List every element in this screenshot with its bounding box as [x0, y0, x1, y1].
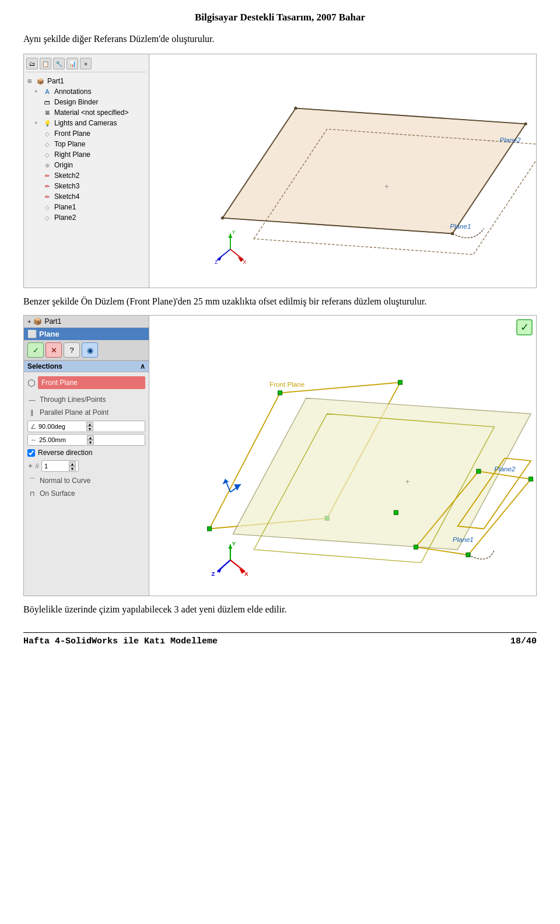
ft-icon-lights: 💡 [43, 118, 52, 128]
on-surface-option[interactable]: ⊓ On Surface [27, 487, 145, 500]
plane-title-bar: ⬜ Plane [24, 328, 149, 340]
ft-expand-annotations: + [34, 89, 40, 94]
ft-icon-plane2: ◇ [43, 213, 52, 222]
angle-input[interactable]: 90.00deg [38, 423, 85, 430]
svg-rect-45 [394, 510, 398, 514]
plane-extra-btn[interactable]: ◉ [82, 342, 98, 358]
svg-rect-28 [398, 380, 402, 384]
count-down[interactable]: ▼ [69, 466, 76, 471]
plane-help-btn[interactable]: ? [64, 342, 80, 358]
ft-btn-4[interactable]: 📊 [66, 58, 78, 69]
footer-right: 18/40 [510, 636, 537, 646]
selection-face-icon: ⬡ [27, 377, 36, 388]
plane-cancel-btn[interactable]: ✕ [46, 342, 62, 358]
ft-item-annotations[interactable]: + A Annotations [26, 86, 146, 97]
svg-text:Plane2: Plane2 [499, 136, 521, 144]
distance-up[interactable]: ▲ [87, 435, 94, 440]
parallel-plane-icon: ∥ [27, 408, 37, 417]
cad-panel-2: + 📦 Part1 ⬜ Plane ✓ ✕ ? ◉ Selections ∧ [23, 315, 537, 596]
svg-text:Front Plane: Front Plane [270, 380, 304, 388]
ft-label-sketch3: Sketch3 [54, 182, 79, 190]
ft-label-part1: Part1 [47, 77, 64, 85]
reverse-direction-label: Reverse direction [38, 449, 92, 457]
count-input-field[interactable]: 1 ▲ ▼ [41, 460, 79, 472]
ft-item-sketch3[interactable]: ✏ Sketch3 [26, 181, 146, 191]
ft-icon-origin: ⊕ [43, 160, 52, 170]
page-header: Bilgisayar Destekli Tasarım, 2007 Bahar [23, 12, 537, 23]
footer-left: Hafta 4-SolidWorks ile Katı Modelleme [23, 636, 218, 646]
ft-item-top-plane[interactable]: ◇ Top Plane [26, 139, 146, 149]
svg-text:X: X [244, 570, 249, 577]
distance-icon: ↔ [30, 436, 37, 443]
ft-item-part1[interactable]: ⊞ 📦 Part1 [26, 76, 146, 86]
selections-header[interactable]: Selections ∧ [24, 360, 149, 372]
count-row: ✦ # 1 ▲ ▼ [27, 460, 145, 472]
ft-item-lights[interactable]: + 💡 Lights and Cameras [26, 118, 146, 128]
selection-value: Front Plane [38, 376, 145, 389]
ft-item-front-plane[interactable]: ◇ Front Plane [26, 128, 146, 139]
intro-text: Aynı şekilde diğer Referans Düzlem'de ol… [23, 34, 537, 44]
ft-item-sketch4[interactable]: ✏ Sketch4 [26, 191, 146, 202]
checkmark-badge: ✓ [516, 319, 533, 335]
cad-panel-1: 🗂 📋 🔧 📊 » ⊞ 📦 Part1 + A Annotations 🗃 [23, 54, 537, 288]
ft-icon-sketch4: ✏ [43, 192, 52, 201]
selections-label: Selections [27, 362, 62, 370]
svg-text:+: + [405, 478, 410, 486]
ft-icon-front-plane: ◇ [43, 129, 52, 138]
ft-item-material[interactable]: ≡ Material <not specified> [26, 107, 146, 118]
ft-expand-lights: + [34, 120, 40, 126]
ft-item-sketch2[interactable]: ✏ Sketch2 [26, 170, 146, 181]
distance-spinners: ▲ ▼ [87, 435, 94, 444]
plus-icon: + [27, 318, 31, 325]
ft-icon-sketch3: ✏ [43, 181, 52, 191]
distance-input-field[interactable]: ↔ 25.00mm ▲ ▼ [27, 434, 145, 446]
svg-text:Y: Y [232, 540, 236, 547]
plane-dialog-panel: + 📦 Part1 ⬜ Plane ✓ ✕ ? ◉ Selections ∧ [24, 316, 149, 596]
count-input[interactable]: 1 [44, 463, 68, 470]
reverse-direction-checkbox[interactable] [27, 449, 35, 457]
count-icon: ✦ # [27, 462, 39, 470]
ft-btn-3[interactable]: 🔧 [53, 58, 65, 69]
ft-btn-2[interactable]: 📋 [40, 58, 51, 69]
angle-down[interactable]: ▼ [86, 426, 93, 431]
ft-item-right-plane[interactable]: ◇ Right Plane [26, 149, 146, 160]
ft-label-design-binder: Design Binder [54, 98, 98, 106]
ft-icon-material: ≡ [43, 108, 52, 117]
ft-label-origin: Origin [54, 161, 73, 169]
ft-expand-part1: ⊞ [27, 78, 33, 84]
normal-to-curve-option[interactable]: ⌒ Normal to Curve [27, 474, 145, 487]
through-lines-option[interactable]: — Through Lines/Points [27, 393, 145, 406]
svg-rect-26 [207, 527, 211, 531]
ft-icon-part1: 📦 [36, 76, 45, 86]
angle-input-field[interactable]: ∠ 90.00deg ▲ ▼ [27, 421, 145, 432]
normal-to-curve-label: Normal to Curve [40, 477, 90, 485]
plane-ok-btn[interactable]: ✓ [27, 342, 44, 358]
svg-point-11 [221, 216, 224, 219]
angle-up[interactable]: ▲ [86, 422, 93, 426]
ft-btn-expand[interactable]: » [80, 58, 92, 69]
ft-label-sketch2: Sketch2 [54, 172, 79, 180]
ft-item-design-binder[interactable]: 🗃 Design Binder [26, 97, 146, 107]
svg-text:+: + [384, 183, 388, 191]
count-up[interactable]: ▲ [69, 461, 76, 466]
distance-down[interactable]: ▼ [87, 440, 94, 444]
viewport-2: ✓ Front Plane [149, 316, 536, 596]
reverse-direction-row[interactable]: Reverse direction [27, 447, 145, 458]
bottom-text: Böylelikle üzerinde çizim yapılabilecek … [23, 604, 537, 615]
parallel-plane-option[interactable]: ∥ Parallel Plane at Point [27, 406, 145, 419]
ft-label-lights: Lights and Cameras [54, 119, 117, 127]
part-label: Part1 [44, 317, 61, 326]
ft-item-plane1[interactable]: ◇ Plane1 [26, 202, 146, 212]
svg-point-10 [524, 123, 527, 125]
ft-label-right-plane: Right Plane [54, 150, 90, 159]
footer-bar: Hafta 4-SolidWorks ile Katı Modelleme 18… [23, 632, 537, 646]
count-spinners: ▲ ▼ [69, 461, 76, 471]
distance-input[interactable]: 25.00mm [39, 436, 86, 443]
ft-icon-sketch2: ✏ [43, 171, 52, 180]
ft-label-annotations: Annotations [54, 88, 91, 96]
ft-btn-1[interactable]: 🗂 [26, 58, 38, 69]
svg-text:Plane1: Plane1 [453, 536, 474, 543]
ft-item-origin[interactable]: ⊕ Origin [26, 160, 146, 170]
svg-text:Z: Z [215, 259, 218, 265]
ft-item-plane2[interactable]: ◇ Plane2 [26, 212, 146, 223]
